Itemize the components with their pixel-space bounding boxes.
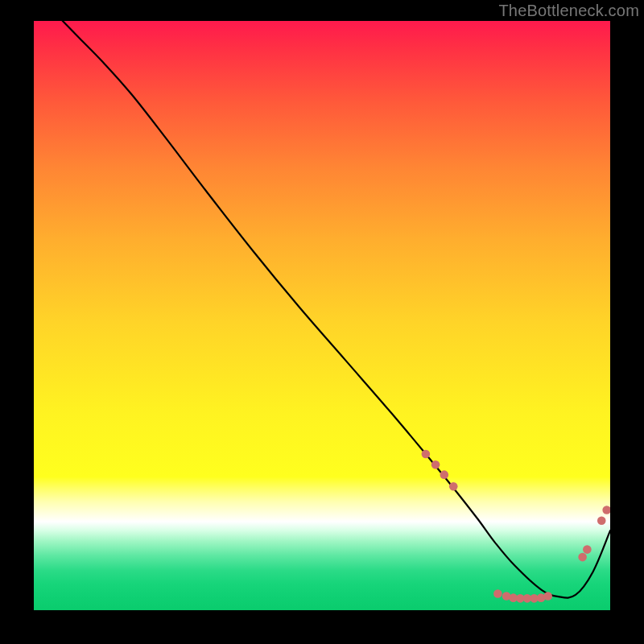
- point-p16: [602, 506, 610, 514]
- curve-line: [63, 21, 610, 598]
- point-p14: [583, 545, 592, 554]
- point-p5: [493, 589, 502, 598]
- point-p15: [597, 516, 606, 525]
- plot-area: [34, 21, 610, 610]
- data-points: [422, 450, 610, 603]
- point-p2: [431, 460, 440, 469]
- point-p12: [543, 592, 552, 601]
- watermark-text: TheBottleneck.com: [498, 2, 639, 20]
- chart-stage: TheBottleneck.com: [0, 0, 644, 644]
- point-p13: [578, 553, 587, 562]
- point-p3: [440, 470, 448, 479]
- chart-svg: [34, 21, 610, 610]
- point-p1: [422, 450, 431, 459]
- point-p4: [449, 482, 458, 491]
